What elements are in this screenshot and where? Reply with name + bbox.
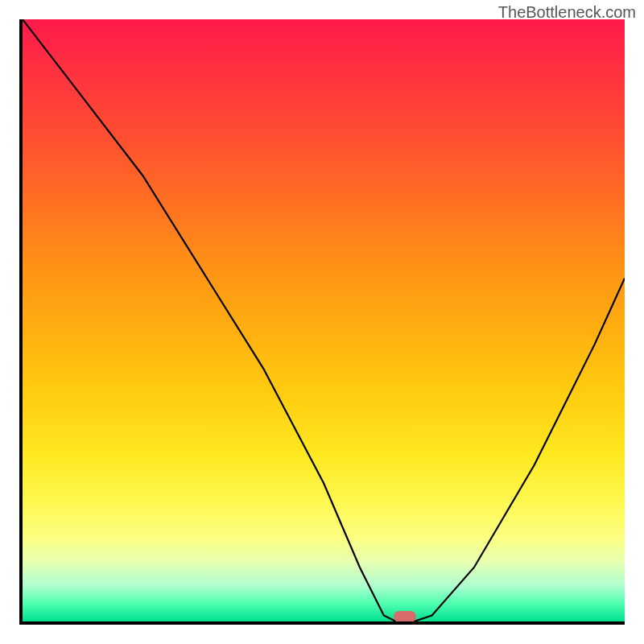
- optimal-point-marker: [394, 611, 416, 622]
- bottleneck-curve-line: [23, 19, 625, 621]
- chart-plot-area: [19, 19, 625, 625]
- watermark-text: TheBottleneck.com: [498, 3, 636, 22]
- chart-container: TheBottleneck.com: [0, 0, 644, 644]
- chart-curve-svg: [23, 19, 625, 621]
